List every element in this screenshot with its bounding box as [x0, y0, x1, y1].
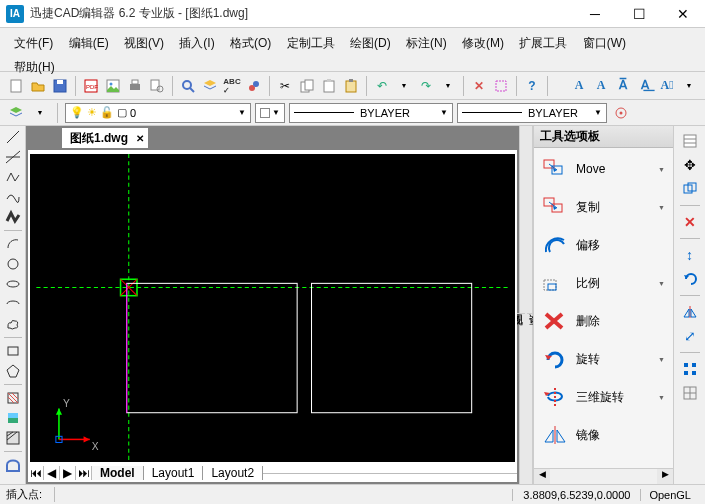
menu-window[interactable]: 窗口(W) — [577, 31, 632, 55]
menu-file[interactable]: 文件(F) — [8, 31, 59, 55]
diag-arrows-icon[interactable]: ⤢ — [679, 325, 701, 347]
svg-rect-45 — [127, 283, 297, 412]
minimize-button[interactable]: ─ — [573, 0, 617, 28]
rotate-r-icon[interactable] — [679, 268, 701, 290]
arc-icon[interactable] — [3, 235, 23, 253]
scroll-track[interactable] — [550, 469, 657, 484]
layout-tab-1[interactable]: Layout1 — [144, 466, 204, 480]
linetype-preview — [294, 112, 354, 113]
help-icon[interactable]: ? — [522, 76, 542, 96]
cut-icon[interactable]: ✂ — [275, 76, 295, 96]
delete-r-icon[interactable]: ✕ — [679, 211, 701, 233]
select-icon[interactable] — [491, 76, 511, 96]
copy-icon[interactable] — [297, 76, 317, 96]
rect-icon[interactable] — [3, 342, 23, 360]
delete-icon — [542, 310, 568, 332]
menu-insert[interactable]: 插入(I) — [173, 31, 220, 55]
linetype-combo[interactable]: BYLAYER ▼ — [289, 103, 453, 123]
region-icon[interactable] — [3, 456, 23, 474]
text-a4-button[interactable]: A͟ — [635, 76, 655, 96]
layers-icon[interactable] — [200, 76, 220, 96]
new-icon[interactable] — [6, 76, 26, 96]
elliparc-icon[interactable] — [3, 295, 23, 313]
text-a1-button[interactable]: A — [569, 76, 589, 96]
line-icon[interactable] — [3, 128, 23, 146]
vert-arrows-icon[interactable]: ↕ — [679, 244, 701, 266]
mirror-r-icon[interactable] — [679, 301, 701, 323]
polyline-icon[interactable] — [3, 168, 23, 186]
palette-item-delete[interactable]: 删除 — [538, 308, 669, 334]
drawing-canvas[interactable]: Y X — [28, 150, 517, 464]
copy-r-icon[interactable] — [679, 178, 701, 200]
text-a2-button[interactable]: A — [591, 76, 611, 96]
palette-item-rotate3d[interactable]: 三维旋转 ▼ — [538, 384, 669, 410]
tab-last-icon[interactable]: ⏭ — [76, 466, 92, 480]
menu-dimension[interactable]: 标注(N) — [400, 31, 453, 55]
menu-modify[interactable]: 修改(M) — [456, 31, 510, 55]
hatch2-icon[interactable] — [3, 429, 23, 447]
tab-first-icon[interactable]: ⏮ — [28, 466, 44, 480]
trace-icon[interactable] — [3, 208, 23, 226]
close-button[interactable]: ✕ — [661, 0, 705, 28]
text-style-dropdown-icon[interactable]: ▼ — [679, 76, 699, 96]
menu-format[interactable]: 格式(O) — [224, 31, 277, 55]
menu-express-tools[interactable]: 扩展工具 — [513, 31, 573, 55]
pdf-icon[interactable]: PDF — [81, 76, 101, 96]
maximize-button[interactable]: ☐ — [617, 0, 661, 28]
array-icon[interactable] — [679, 358, 701, 380]
circle-icon[interactable] — [3, 255, 23, 273]
palette-scrollbar[interactable]: ◀ ▶ — [534, 468, 673, 484]
open-icon[interactable] — [28, 76, 48, 96]
layout-tab-model[interactable]: Model — [92, 466, 144, 480]
layer-drop-icon[interactable]: ▼ — [30, 103, 50, 123]
polygon-icon[interactable] — [3, 362, 23, 380]
ellipse-icon[interactable] — [3, 275, 23, 293]
redo-dropdown-icon[interactable]: ▼ — [438, 76, 458, 96]
save-icon[interactable] — [50, 76, 70, 96]
text-a3-button[interactable]: A̅ — [613, 76, 633, 96]
palette-item-rotate[interactable]: 旋转 ▼ — [538, 346, 669, 372]
lineweight-combo[interactable]: BYLAYER ▼ — [457, 103, 607, 123]
text-a5-button[interactable]: A͛ — [657, 76, 677, 96]
palette-item-copy[interactable]: 复制 ▼ — [538, 194, 669, 220]
spline-icon[interactable] — [3, 188, 23, 206]
delete-x-icon[interactable]: ✕ — [469, 76, 489, 96]
properties-icon[interactable] — [244, 76, 264, 96]
redo-icon[interactable]: ↷ — [416, 76, 436, 96]
tab-next-icon[interactable]: ▶ — [60, 466, 76, 480]
revcloud-icon[interactable] — [3, 315, 23, 333]
hatch-icon[interactable] — [3, 389, 23, 407]
palette-item-move[interactable]: Move ▼ — [538, 156, 669, 182]
palette-item-scale[interactable]: 比例 ▼ — [538, 270, 669, 296]
print-preview-icon[interactable] — [147, 76, 167, 96]
undo-icon[interactable]: ↶ — [372, 76, 392, 96]
undo-dropdown-icon[interactable]: ▼ — [394, 76, 414, 96]
color-combo[interactable]: ▼ — [255, 103, 285, 123]
print-icon[interactable] — [125, 76, 145, 96]
paste-icon[interactable] — [341, 76, 361, 96]
match-prop-icon[interactable] — [611, 103, 631, 123]
menu-view[interactable]: 视图(V) — [118, 31, 170, 55]
menu-edit[interactable]: 编辑(E) — [63, 31, 115, 55]
gradient-icon[interactable] — [3, 409, 23, 427]
move-icon[interactable]: ✥ — [679, 154, 701, 176]
image-icon[interactable] — [103, 76, 123, 96]
palette-item-offset[interactable]: 偏移 — [538, 232, 669, 258]
scroll-right-icon[interactable]: ▶ — [657, 469, 673, 484]
layer-combo[interactable]: 💡 ☀ 🔓 ▢ 0 ▼ — [65, 103, 251, 123]
grid-icon[interactable] — [679, 382, 701, 404]
menu-custom-tools[interactable]: 定制工具 — [281, 31, 341, 55]
tab-prev-icon[interactable]: ◀ — [44, 466, 60, 480]
layout-tab-2[interactable]: Layout2 — [203, 466, 263, 480]
spellcheck-icon[interactable]: ABC✓ — [222, 76, 242, 96]
copy-clip-icon[interactable] — [319, 76, 339, 96]
props-panel-icon[interactable] — [679, 130, 701, 152]
menu-draw[interactable]: 绘图(D) — [344, 31, 397, 55]
xline-icon[interactable] — [3, 148, 23, 166]
find-icon[interactable] — [178, 76, 198, 96]
layer-prop-icon[interactable] — [6, 103, 26, 123]
palette-item-mirror[interactable]: 镜像 — [538, 422, 669, 448]
scroll-left-icon[interactable]: ◀ — [534, 469, 550, 484]
close-tab-icon[interactable]: ✕ — [136, 133, 144, 144]
file-tab-active[interactable]: 图纸1.dwg ✕ — [62, 128, 148, 148]
